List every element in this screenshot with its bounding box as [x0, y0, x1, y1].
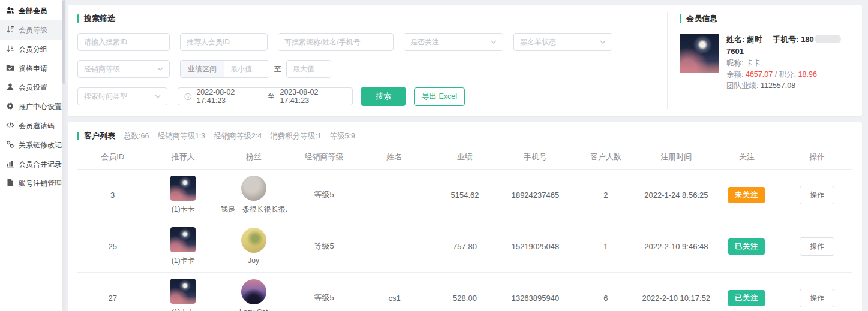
sidebar-scrollbar[interactable]	[62, 0, 66, 311]
cell-customer-count: 2	[570, 169, 641, 221]
customer-list-header: 客户列表 总数:66 经销商等级1:3 经销商等级2:4 消费积分等级:1 等级…	[77, 131, 852, 141]
member-points-label: 积分:	[779, 70, 796, 78]
sidebar-item-label: 会员邀请码	[19, 121, 55, 131]
gear-icon	[6, 102, 14, 112]
blacklist-select-placeholder: 黑名单状态	[520, 37, 556, 47]
sidebar-item-member-settings[interactable]: 会员设置	[0, 78, 62, 97]
customer-list-title: 客户列表	[77, 131, 115, 141]
balance-points-separator: /	[775, 70, 777, 78]
search-button[interactable]: 搜索	[361, 87, 406, 106]
filter-row-1: 是否关注 黑名单状态	[77, 33, 657, 51]
referrer-avatar	[170, 279, 196, 304]
filter-title-text: 搜索筛选	[84, 13, 115, 24]
stat-total: 总数:66	[124, 131, 149, 141]
fan-cell: Joy	[218, 228, 289, 265]
section-accent-bar	[680, 14, 681, 23]
member-points-value: 18.96	[798, 70, 817, 78]
code-icon	[6, 121, 14, 131]
referrer-id-input[interactable]	[180, 33, 268, 51]
sidebar-item-label: 账号注销管理	[19, 179, 62, 189]
performance-max-input[interactable]	[286, 60, 331, 78]
sidebar-item-label: 资格申请	[19, 64, 47, 74]
stat-points-level: 消费积分等级:1	[270, 131, 321, 141]
member-name-label: 姓名:	[726, 35, 744, 44]
follow-status-badge: 未关注	[728, 187, 765, 203]
sidebar-item-relation-log[interactable]: 关系链修改记录	[0, 135, 62, 155]
sidebar-item-label: 会员等级	[19, 25, 47, 35]
search-filter-panel: 搜索筛选 是否关注 黑名单状态 经销商等级 业绩区间	[68, 5, 667, 116]
sidebar-item-member-group[interactable]: 会员分组	[0, 40, 62, 59]
member-info-body: 姓名: 超时 手机号: 1807601 昵称: 卡卡 余额: 4657.07 /…	[680, 34, 856, 92]
date-range-picker[interactable]: 2022-08-02 17:41:23 至 2023-08-02 17:41:2…	[178, 87, 353, 105]
table-row: 3 (1)卡卡 我是一条很长很长很... 等级5 5154.62 1892423…	[77, 169, 852, 221]
top-card: 搜索筛选 是否关注 黑名单状态 经销商等级 业绩区间	[68, 5, 862, 116]
referrer-avatar	[170, 176, 196, 201]
sidebar-item-label: 会员合并记录	[19, 159, 62, 170]
row-action-button[interactable]: 操作	[800, 186, 834, 204]
export-excel-button[interactable]: 导出 Excel	[414, 87, 465, 106]
section-accent-bar	[77, 132, 79, 140]
table-header-row: 会员ID 推荐人 粉丝 经销商等级 姓名 业绩 手机号 客户人数 注册时间 关注…	[77, 145, 852, 169]
sidebar-item-member-level[interactable]: 会员等级	[0, 20, 62, 40]
users-icon	[6, 6, 14, 16]
member-info-title-text: 会员信息	[686, 13, 717, 24]
cell-customer-count: 1	[570, 221, 641, 272]
follow-select-placeholder: 是否关注	[410, 37, 439, 47]
member-info-title: 会员信息	[680, 13, 856, 24]
col-fan: 粉丝	[218, 145, 289, 169]
keyword-input[interactable]	[278, 33, 394, 51]
row-action-button[interactable]: 操作	[800, 237, 834, 256]
fan-cell: 我是一条很长很长很...	[218, 176, 289, 215]
cell-member-id: 25	[77, 221, 148, 272]
blacklist-status-select[interactable]: 黑名单状态	[513, 33, 612, 51]
cell-name	[359, 169, 430, 221]
sidebar-item-merge-log[interactable]: 会员合并记录	[0, 155, 62, 174]
fan-avatar	[241, 279, 266, 304]
dealer-level-select[interactable]: 经销商等级	[77, 60, 170, 78]
cell-customer-count: 6	[570, 272, 641, 311]
performance-min-input[interactable]	[224, 61, 269, 77]
col-referrer: 推荐人	[148, 145, 218, 169]
table-row: 27 (1)卡卡 Lazy Cat 等级5 cs1 528.00 1326389…	[77, 272, 852, 311]
fan-name: Lazy Cat	[239, 308, 268, 311]
member-team-label: 团队业绩:	[726, 81, 758, 90]
link-icon	[6, 140, 14, 150]
cell-performance: 528.00	[430, 272, 500, 311]
referrer-name: (1)卡卡	[172, 256, 195, 266]
filter-row-2: 经销商等级 业绩区间 至	[77, 60, 657, 78]
col-performance: 业绩	[430, 145, 500, 169]
fan-avatar	[241, 228, 266, 253]
fan-name: Joy	[248, 256, 259, 265]
member-phone-label: 手机号:	[773, 35, 798, 44]
time-type-select[interactable]: 搜索时间类型	[77, 87, 167, 105]
member-info-panel: 会员信息 姓名: 超时 手机号: 1807601 昵称: 卡卡 余额: 4657…	[667, 12, 862, 109]
member-name-value: 超时	[747, 35, 762, 44]
col-customer-count: 客户人数	[570, 145, 641, 169]
search-id-input[interactable]	[77, 33, 170, 51]
sidebar-item-qualification[interactable]: 资格申请	[0, 59, 62, 78]
member-balance-label: 余额:	[726, 70, 743, 78]
cell-register-time: 2022-2-10 9:46:48	[641, 221, 711, 272]
chevron-down-icon	[491, 40, 497, 44]
cell-name	[359, 221, 430, 272]
col-register-time: 注册时间	[641, 145, 711, 169]
sidebar-item-label: 全部会员	[19, 6, 47, 16]
follow-status-select[interactable]: 是否关注	[404, 33, 503, 51]
referrer-cell: (1)卡卡	[148, 227, 218, 266]
sidebar-scrollbar-thumb[interactable]	[62, 0, 65, 84]
sidebar-item-account-cancel[interactable]: 账号注销管理	[0, 174, 62, 193]
sidebar-item-promotion-settings[interactable]: 推广中心设置	[0, 97, 62, 116]
row-action-button[interactable]: 操作	[800, 289, 834, 307]
filter-row-3: 搜索时间类型 2022-08-02 17:41:23 至 2023-08-02 …	[77, 87, 657, 106]
customer-list-title-text: 客户列表	[84, 131, 115, 141]
follow-status-badge: 已关注	[728, 238, 765, 255]
cell-member-id: 3	[77, 169, 148, 221]
sidebar-item-invite-code[interactable]: 会员邀请码	[0, 116, 62, 135]
member-phone-suffix: 7601	[726, 47, 744, 56]
performance-range-group: 业绩区间	[180, 60, 269, 78]
folder-check-icon	[6, 64, 14, 74]
member-team-line: 团队业绩: 112557.08	[726, 80, 856, 92]
sidebar-item-all-members[interactable]: 全部会员	[0, 1, 62, 20]
referrer-name: (1)卡卡	[172, 204, 195, 215]
clock-icon	[184, 93, 191, 101]
